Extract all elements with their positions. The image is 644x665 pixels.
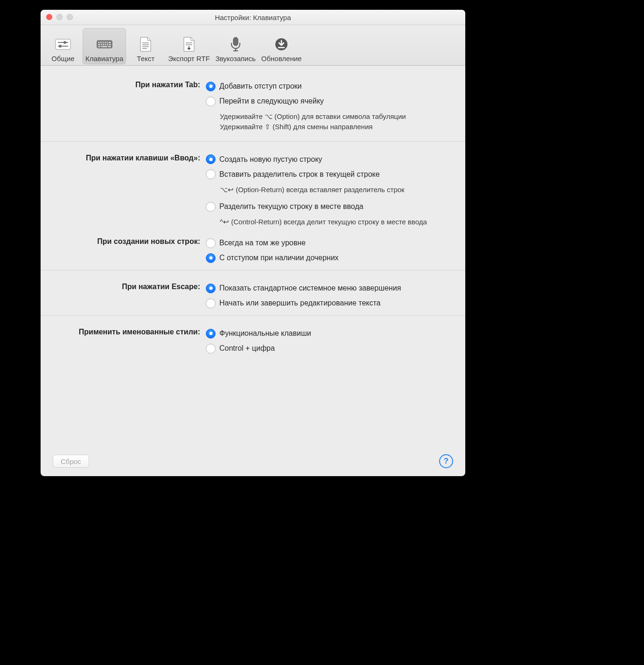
svg-rect-6 <box>98 42 99 43</box>
svg-rect-17 <box>109 44 111 45</box>
svg-rect-14 <box>103 44 104 45</box>
tab-label: Экспорт RTF <box>168 55 210 62</box>
svg-rect-13 <box>101 44 102 45</box>
svg-rect-18 <box>98 46 100 48</box>
svg-rect-8 <box>102 42 104 43</box>
option-escape-edit[interactable]: Начать или завершить редактирование текс… <box>206 296 453 311</box>
download-circle-icon <box>273 36 290 53</box>
tab-text[interactable]: Текст <box>126 28 165 64</box>
tab-keyboard[interactable]: Клавиатура <box>83 28 126 64</box>
preferences-toolbar: Общие Клавиатура Текст Экспорт RTF <box>41 25 465 66</box>
titlebar: Настройки: Клавиатура <box>41 10 465 25</box>
setting-row-newrows: При создании новых строк: Всегда на том … <box>53 236 453 265</box>
option-return-split[interactable]: Разделить текущую строку в месте ввода <box>206 199 453 214</box>
option-escape-menu[interactable]: Показать стандартное системное меню заве… <box>206 281 453 296</box>
tab-label: Общие <box>51 55 74 62</box>
tab-update[interactable]: Обновление <box>259 28 305 64</box>
tab-rtf-export[interactable]: Экспорт RTF <box>165 28 212 64</box>
svg-rect-12 <box>98 44 100 45</box>
svg-rect-9 <box>105 42 106 43</box>
radio-icon <box>206 253 216 263</box>
svg-rect-11 <box>109 42 111 43</box>
radio-icon <box>206 298 216 308</box>
svg-point-2 <box>63 41 66 44</box>
preferences-window: Настройки: Клавиатура Общие Клавиатура Т… <box>41 10 465 476</box>
setting-row-tab: При нажатии Tab: Добавить отступ строки … <box>53 79 453 137</box>
radio-icon <box>206 344 216 353</box>
radio-icon <box>206 202 216 212</box>
close-window-button[interactable] <box>46 14 52 20</box>
option-return-linesep[interactable]: Вставить разделитель строк в текущей стр… <box>206 167 453 182</box>
option-newrows-same[interactable]: Всегда на том же уровне <box>206 236 453 250</box>
window-title: Настройки: Клавиатура <box>215 14 291 21</box>
minimize-window-button[interactable] <box>56 14 63 20</box>
radio-icon <box>206 284 216 293</box>
document-arrow-icon <box>181 36 197 53</box>
keyboard-icon <box>96 36 113 53</box>
option-text: Добавить отступ строки <box>219 82 302 90</box>
radio-icon <box>206 97 216 106</box>
separator <box>41 315 465 316</box>
option-text: Показать стандартное системное меню заве… <box>219 284 401 292</box>
help-button[interactable]: ? <box>439 454 453 468</box>
window-controls <box>46 14 73 20</box>
hint-text: Удерживайте ⌥ (Option) для вставки симво… <box>220 111 453 132</box>
setting-label: При нажатии клавиши «Ввод»: <box>53 152 200 163</box>
option-return-newrow[interactable]: Создать новую пустую строку <box>206 152 453 167</box>
option-text: Функциональные клавиши <box>219 329 311 338</box>
option-text: Вставить разделитель строк в текущей стр… <box>219 170 380 179</box>
setting-row-return: При нажатии клавиши «Ввод»: Создать нову… <box>53 152 453 232</box>
option-text: Начать или завершить редактирование текс… <box>219 299 381 307</box>
svg-rect-20 <box>108 46 111 48</box>
option-text: Создать новую пустую строку <box>219 155 322 164</box>
radio-icon <box>206 154 216 164</box>
separator <box>41 270 465 270</box>
radio-icon <box>206 169 216 179</box>
tab-audio[interactable]: Звукозапись <box>213 28 259 64</box>
option-tab-indent[interactable]: Добавить отступ строки <box>206 79 453 94</box>
svg-point-4 <box>59 45 62 48</box>
hint-text: ⌥↩ (Option-Return) всегда вставляет разд… <box>220 185 453 195</box>
radio-icon <box>206 238 216 248</box>
tab-general[interactable]: Общие <box>43 28 83 64</box>
footer: Сброс ? <box>41 446 465 476</box>
document-lines-icon <box>137 36 154 53</box>
svg-rect-15 <box>105 44 106 45</box>
hint-line: Удерживайте ⌥ (Option) для вставки симво… <box>220 111 453 122</box>
reset-button[interactable]: Сброс <box>53 455 89 468</box>
option-text: Control + цифра <box>219 344 275 353</box>
svg-rect-19 <box>101 46 107 48</box>
zoom-window-button[interactable] <box>67 14 73 20</box>
tab-label: Клавиатура <box>85 55 123 62</box>
tab-label: Обновление <box>261 55 302 62</box>
setting-label: При создании новых строк: <box>53 236 200 247</box>
radio-icon <box>206 329 216 339</box>
option-newrows-indent[interactable]: С отступом при наличии дочерних <box>206 250 453 265</box>
setting-label: При нажатии Escape: <box>53 281 200 292</box>
setting-row-escape: При нажатии Escape: Показать стандартное… <box>53 281 453 311</box>
svg-rect-10 <box>106 42 108 43</box>
option-tab-next-cell[interactable]: Перейти в следующую ячейку <box>206 94 453 109</box>
sliders-icon <box>55 36 71 53</box>
svg-rect-16 <box>107 44 108 45</box>
setting-label: Применить именованные стили: <box>53 326 200 337</box>
svg-rect-7 <box>100 42 102 43</box>
setting-label: При нажатии Tab: <box>53 79 200 90</box>
option-text: С отступом при наличии дочерних <box>219 254 339 262</box>
hint-text: ^↩ (Control-Return) всегда делит текущую… <box>220 217 434 227</box>
option-styles-fn[interactable]: Функциональные клавиши <box>206 326 453 341</box>
hint-line: Удерживайте ⇧ (Shift) для смены направле… <box>220 122 453 132</box>
microphone-icon <box>227 36 244 53</box>
option-styles-ctrl[interactable]: Control + цифра <box>206 341 453 356</box>
svg-rect-0 <box>56 39 70 49</box>
radio-icon <box>206 82 216 91</box>
svg-rect-27 <box>233 37 238 46</box>
tab-label: Текст <box>137 55 154 62</box>
settings-panel: При нажатии Tab: Добавить отступ строки … <box>41 66 465 356</box>
option-text: Разделить текущую строку в месте ввода <box>219 202 364 211</box>
option-text: Перейти в следующую ячейку <box>219 97 324 105</box>
tab-label: Звукозапись <box>216 55 256 62</box>
option-text: Всегда на том же уровне <box>219 239 306 247</box>
separator <box>41 141 465 142</box>
setting-row-styles: Применить именованные стили: Функциональ… <box>53 326 453 356</box>
